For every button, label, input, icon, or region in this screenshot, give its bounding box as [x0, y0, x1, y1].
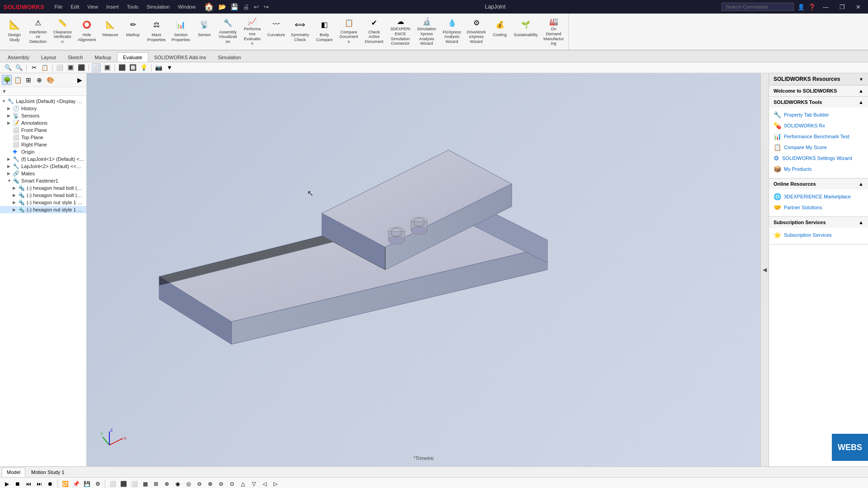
bottom-tab-model[interactable]: Model: [2, 468, 25, 477]
tree-hex-nut1[interactable]: ▶ 🔩 (-) hexagon nut style 1 gradeab...: [0, 199, 86, 206]
redo-btn[interactable]: ↪: [264, 3, 269, 10]
view-wireframe-btn[interactable]: 🔳: [66, 63, 75, 72]
expand-panel-btn[interactable]: ▶: [75, 75, 85, 85]
tab-layout[interactable]: Layout: [35, 52, 62, 62]
motion-pin-btn[interactable]: 📌: [71, 479, 81, 488]
webs-badge[interactable]: WEBS: [832, 434, 868, 461]
view-appearance-btn[interactable]: ⬛: [118, 63, 127, 72]
view-perspective-btn[interactable]: 🔳: [103, 63, 112, 72]
motion-record-btn[interactable]: ⏺: [45, 479, 55, 488]
menu-insert[interactable]: Insert: [103, 3, 123, 10]
motion-btn-3[interactable]: ⬜: [129, 479, 139, 488]
curvature-btn[interactable]: 〰 Curvature: [265, 15, 288, 46]
motion-btn-16[interactable]: ▷: [270, 479, 280, 488]
tab-solidworks-addins[interactable]: SOLIDWORKS Add-Ins: [148, 52, 212, 62]
on-demand-manufacturing-btn[interactable]: 🏭 On Demand Manufacturing: [541, 15, 566, 46]
bottom-tab-motion-study[interactable]: Motion Study 1: [26, 468, 69, 477]
motion-btn-4[interactable]: ▦: [140, 479, 150, 488]
section-online-resources-header[interactable]: Online Resources ▲: [769, 178, 868, 189]
floxpress-btn[interactable]: 💧 FloXpress Analysis Wizard: [440, 15, 464, 46]
tree-origin[interactable]: ✚ Origin: [0, 148, 86, 155]
motion-settings-btn[interactable]: ⚙: [93, 479, 103, 488]
body-compare-btn[interactable]: ◧ Body Compare: [313, 15, 336, 46]
tree-mates[interactable]: ▶ 🔗 Mates: [0, 170, 86, 177]
driveworks-btn[interactable]: ⚙ DriveWorksXpress Wizard: [465, 15, 488, 46]
motion-btn-15[interactable]: ◁: [259, 479, 269, 488]
view-camera-btn[interactable]: 📷: [154, 63, 163, 72]
tree-smart-fastener1[interactable]: ▼ 🔩 Smart Fastener1: [0, 177, 86, 184]
motion-btn-7[interactable]: ◉: [173, 479, 183, 488]
dimetric-manager-btn[interactable]: ⊕: [34, 75, 44, 85]
costing-btn[interactable]: 💰 Costing: [489, 15, 511, 46]
right-panel-collapse-btn[interactable]: ◀: [760, 73, 769, 466]
configuration-manager-btn[interactable]: ⊞: [24, 75, 33, 85]
motion-btn-12[interactable]: ⊙: [227, 479, 237, 488]
menu-simulation[interactable]: Simulation: [143, 3, 173, 10]
motion-btn-10[interactable]: ⊗: [205, 479, 215, 488]
link-partner-solutions[interactable]: 🤝 Partner Solutions: [774, 202, 863, 213]
section-welcome-header[interactable]: Welcome to SOLIDWORKS ▲: [769, 85, 868, 96]
view-search-btn[interactable]: 🔍: [4, 63, 13, 72]
tab-markup[interactable]: Markup: [89, 52, 117, 62]
section-sw-tools-header[interactable]: SOLIDWORKS Tools ▲: [769, 97, 868, 108]
help-btn[interactable]: ❓: [808, 4, 816, 10]
search-commands-input[interactable]: [722, 3, 794, 11]
link-3dexperience-marketplace[interactable]: 🌐 3DEXPERIENCE Marketplace: [774, 191, 863, 202]
tree-lapjoint2[interactable]: ▶ 🔧 LapJoint<2> (Default) <<Default>_D: [0, 163, 86, 170]
tab-evaluate[interactable]: Evaluate: [117, 52, 148, 62]
motion-btn-9[interactable]: ⊖: [194, 479, 204, 488]
tree-root[interactable]: ▼ 🔧 LapJoint (Default) <Display State-1>: [0, 98, 86, 105]
view-display-btn[interactable]: ⬜: [55, 63, 64, 72]
sensor-btn[interactable]: 📡 Sensor: [193, 15, 215, 46]
link-compare-score[interactable]: 📋 Compare My Score: [774, 142, 863, 153]
undo-btn[interactable]: ↩: [254, 3, 259, 10]
performance-evaluation-btn[interactable]: 📈 Performance Evaluation: [241, 15, 264, 46]
view-shaded-btn[interactable]: ⬜: [92, 63, 101, 72]
compare-documents-btn[interactable]: 📋 Compare Documents: [337, 15, 361, 46]
link-performance-benchmark[interactable]: 📊 Performance Benchmark Test: [774, 131, 863, 142]
tree-hex-bolt2[interactable]: ▶ 🔩 (-) hexagon head bolt (grade a...: [0, 192, 86, 199]
link-settings-wizard[interactable]: ⚙ SOLIDWORKS Settings Wizard: [774, 153, 863, 164]
view-copy-btn[interactable]: 📋: [40, 63, 49, 72]
motion-btn-6[interactable]: ⊕: [162, 479, 172, 488]
design-study-btn[interactable]: 📐 DesignStudy: [4, 15, 25, 46]
feature-tree-btn[interactable]: 🌳: [2, 75, 12, 85]
menu-tools[interactable]: Tools: [123, 3, 142, 10]
profile-btn[interactable]: 👤: [797, 4, 805, 10]
section-subscription-header[interactable]: Subscription Services ▲: [769, 217, 868, 228]
motion-btn-13[interactable]: △: [238, 479, 248, 488]
sustainability-btn[interactable]: 🌱 Sustainability: [512, 15, 540, 46]
view-more-btn[interactable]: ▼: [165, 63, 174, 72]
3dexperience-btn[interactable]: ☁ 3DEXPERIENCE Simulation Connector: [388, 15, 413, 46]
save-btn[interactable]: 💾: [231, 3, 238, 10]
tree-history[interactable]: ▶ 🕐 History: [0, 105, 86, 112]
motion-loop-btn[interactable]: 🔁: [60, 479, 70, 488]
measure-btn[interactable]: 📐 Measure: [99, 15, 121, 46]
symmetry-check-btn[interactable]: ⟺ Symmetry Check: [288, 15, 312, 46]
view-lights-btn[interactable]: 💡: [139, 63, 148, 72]
tab-assembly[interactable]: Assembly: [2, 52, 35, 62]
motion-btn-1[interactable]: ⬜: [108, 479, 118, 488]
tree-right-plane[interactable]: ⬜ Right Plane: [0, 141, 86, 148]
new-btn[interactable]: 🏠: [204, 2, 214, 12]
motion-btn-8[interactable]: ◎: [184, 479, 193, 488]
viewport[interactable]: ↖ X Y Z *Trimetric: [87, 73, 760, 466]
tree-annotations[interactable]: ▶ 📝 Annotations: [0, 119, 86, 127]
menu-window[interactable]: Window: [174, 3, 199, 10]
markup-btn[interactable]: ✏ Markup: [122, 15, 144, 46]
check-active-document-btn[interactable]: ✔ Check Active Document: [362, 15, 387, 46]
property-manager-btn[interactable]: 📋: [13, 75, 23, 85]
link-my-products[interactable]: 📦 My Products: [774, 164, 863, 174]
close-btn[interactable]: ✕: [852, 3, 864, 11]
menu-view[interactable]: View: [84, 3, 102, 10]
view-hidden-btn[interactable]: ⬛: [77, 63, 86, 72]
menu-file[interactable]: File: [51, 3, 66, 10]
right-panel-options-btn[interactable]: ▼: [859, 77, 863, 82]
link-property-tab-builder[interactable]: 🔧 Property Tab Builder: [774, 109, 863, 120]
tree-sensors[interactable]: ▶ 📡 Sensors: [0, 112, 86, 119]
motion-play-btn[interactable]: ▶: [2, 479, 12, 488]
motion-forward-btn[interactable]: ⏭: [34, 479, 44, 488]
motion-save-btn[interactable]: 💾: [82, 479, 92, 488]
view-cut-btn[interactable]: ✂: [29, 63, 38, 72]
mass-properties-btn[interactable]: ⚖ Mass Properties: [145, 15, 168, 46]
